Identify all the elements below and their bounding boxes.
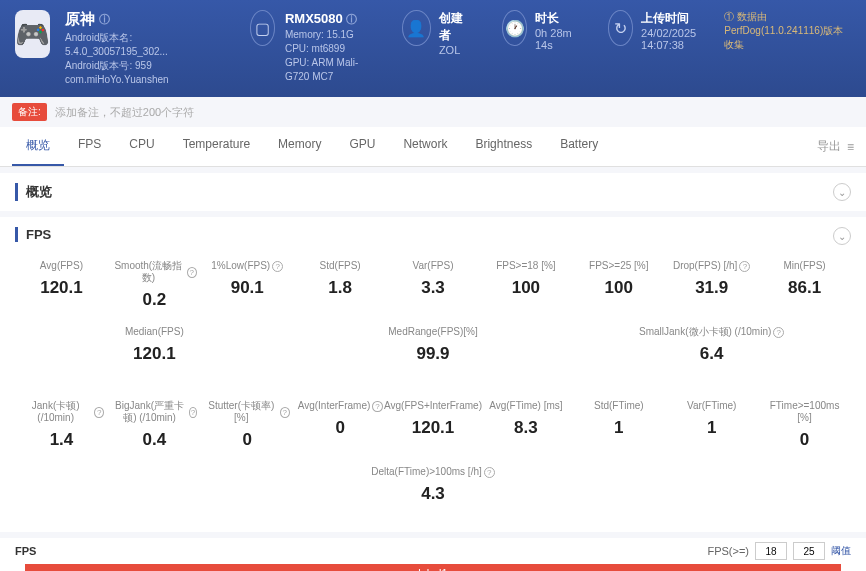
app-name: 原神 <box>65 10 95 29</box>
source-text: ① 数据由PerfDog(11.0.241116)版本收集 <box>724 10 851 52</box>
android-version: Android版本名: 5.4.0_30057195_302... <box>65 31 215 59</box>
metric: Median(FPS)120.1 <box>15 318 294 372</box>
metric-label: FPS>=18 [%] <box>483 260 568 272</box>
metric-value: 0.4 <box>112 430 197 450</box>
app-info: 原神ⓘ Android版本名: 5.4.0_30057195_302... An… <box>65 10 215 87</box>
metric-label: SmallJank(微小卡顿) (/10min) ? <box>576 326 847 338</box>
metric-value: 120.1 <box>19 344 290 364</box>
metric-label: MedRange(FPS)[%] <box>298 326 569 338</box>
note-input[interactable]: 添加备注，不超过200个字符 <box>55 105 194 120</box>
tab-temperature[interactable]: Temperature <box>169 127 264 166</box>
help-icon[interactable]: ? <box>94 407 104 418</box>
help-icon[interactable]: ? <box>187 267 197 278</box>
device-gpu: GPU: ARM Mali-G720 MC7 <box>285 56 367 84</box>
metric: Min(FPS)86.1 <box>758 252 851 318</box>
metric-label: Var(FTime) <box>669 400 754 412</box>
threshold-link[interactable]: 阈值 <box>831 544 851 558</box>
metric-value: 0.2 <box>112 290 197 310</box>
metric-value: 4.3 <box>19 484 847 504</box>
device-block: ▢ RMX5080 ⓘ Memory: 15.1G CPU: mt6899 GP… <box>250 10 367 84</box>
upload-value: 24/02/2025 14:07:38 <box>641 27 709 51</box>
metric-value: 3.3 <box>391 278 476 298</box>
metric: FTime>=100ms [%]0 <box>758 392 851 458</box>
chart-section: FPS FPS(>=) 阈值 label1 121108937863483419… <box>0 538 866 571</box>
note-bar: 备注: 添加备注，不超过200个字符 <box>0 97 866 127</box>
metric-value: 0 <box>762 430 847 450</box>
metric: FPS>=18 [%]100 <box>479 252 572 318</box>
metric: Std(FPS)1.8 <box>294 252 387 318</box>
metric: Avg(FPS)120.1 <box>15 252 108 318</box>
metric-label: Avg(InterFrame) ? <box>298 400 383 412</box>
info-icon[interactable]: ⓘ <box>346 13 357 25</box>
device-cpu: CPU: mt6899 <box>285 42 367 56</box>
metric-value: 100 <box>483 278 568 298</box>
overview-title: 概览 <box>15 183 851 201</box>
metric-value: 8.3 <box>483 418 568 438</box>
creator-block: 👤 创建者 ZOL <box>402 10 467 56</box>
metric: Jank(卡顿) (/10min) ?1.4 <box>15 392 108 458</box>
metric-label: Avg(FPS+InterFrame) <box>391 400 476 412</box>
threshold-input-1[interactable] <box>755 542 787 560</box>
info-icon[interactable]: ⓘ <box>99 12 110 27</box>
tab-battery[interactable]: Battery <box>546 127 612 166</box>
metric: Var(FTime)1 <box>665 392 758 458</box>
metric-label: 1%Low(FPS) ? <box>205 260 290 272</box>
menu-icon[interactable]: ≡ <box>847 140 854 154</box>
export-button[interactable]: 导出 <box>817 138 841 155</box>
metric-value: 1 <box>669 418 754 438</box>
fps-ge-label: FPS(>=) <box>707 545 749 557</box>
metric: Avg(FTime) [ms]8.3 <box>479 392 572 458</box>
metric: Smooth(流畅指数) ?0.2 <box>108 252 201 318</box>
metric-value: 31.9 <box>669 278 754 298</box>
tab-memory[interactable]: Memory <box>264 127 335 166</box>
creator-label: 创建者 <box>439 10 468 44</box>
package-name: com.miHoYo.Yuanshen <box>65 73 215 87</box>
help-icon[interactable]: ? <box>773 327 784 338</box>
tab-overview[interactable]: 概览 <box>12 127 64 166</box>
metric-value: 90.1 <box>205 278 290 298</box>
metric-value: 99.9 <box>298 344 569 364</box>
metric: SmallJank(微小卡顿) (/10min) ?6.4 <box>572 318 851 372</box>
metric-value: 0 <box>298 418 383 438</box>
collapse-button[interactable]: ⌄ <box>833 183 851 201</box>
metric-label: Std(FTime) <box>576 400 661 412</box>
metric-label: Median(FPS) <box>19 326 290 338</box>
chart-title: FPS <box>15 545 36 557</box>
tab-cpu[interactable]: CPU <box>115 127 168 166</box>
metric: BigJank(严重卡顿) (/10min) ?0.4 <box>108 392 201 458</box>
metric: FPS>=25 [%]100 <box>572 252 665 318</box>
metric: Avg(FPS+InterFrame)120.1 <box>387 392 480 458</box>
tab-brightness[interactable]: Brightness <box>461 127 546 166</box>
help-icon[interactable]: ? <box>484 467 495 478</box>
fps-title: FPS <box>15 227 851 242</box>
help-icon[interactable]: ? <box>272 261 283 272</box>
help-icon[interactable]: ? <box>372 401 382 412</box>
user-icon: 👤 <box>402 10 431 46</box>
help-icon[interactable]: ? <box>189 407 197 418</box>
tab-fps[interactable]: FPS <box>64 127 115 166</box>
help-icon[interactable]: ? <box>280 407 290 418</box>
upload-icon: ↻ <box>608 10 633 46</box>
metric-label: Smooth(流畅指数) ? <box>112 260 197 284</box>
tab-network[interactable]: Network <box>389 127 461 166</box>
upload-label: 上传时间 <box>641 10 709 27</box>
metric-value: 100 <box>576 278 661 298</box>
threshold-input-2[interactable] <box>793 542 825 560</box>
tab-gpu[interactable]: GPU <box>335 127 389 166</box>
creator-value: ZOL <box>439 44 468 56</box>
metric-label: FPS>=25 [%] <box>576 260 661 272</box>
collapse-button[interactable]: ⌄ <box>833 227 851 245</box>
help-icon[interactable]: ? <box>739 261 750 272</box>
metric-value: 86.1 <box>762 278 847 298</box>
device-name: RMX5080 <box>285 11 343 26</box>
label-bar: label1 <box>25 564 841 571</box>
metric-label: Drop(FPS) [/h] ? <box>669 260 754 272</box>
metrics-row-2: Jank(卡顿) (/10min) ?1.4BigJank(严重卡顿) (/10… <box>15 382 851 522</box>
device-memory: Memory: 15.1G <box>285 28 367 42</box>
metric-label: Avg(FTime) [ms] <box>483 400 568 412</box>
metric: Drop(FPS) [/h] ?31.9 <box>665 252 758 318</box>
duration-value: 0h 28m 14s <box>535 27 573 51</box>
duration-label: 时长 <box>535 10 573 27</box>
metric: Var(FPS)3.3 <box>387 252 480 318</box>
metric-value: 1.8 <box>298 278 383 298</box>
